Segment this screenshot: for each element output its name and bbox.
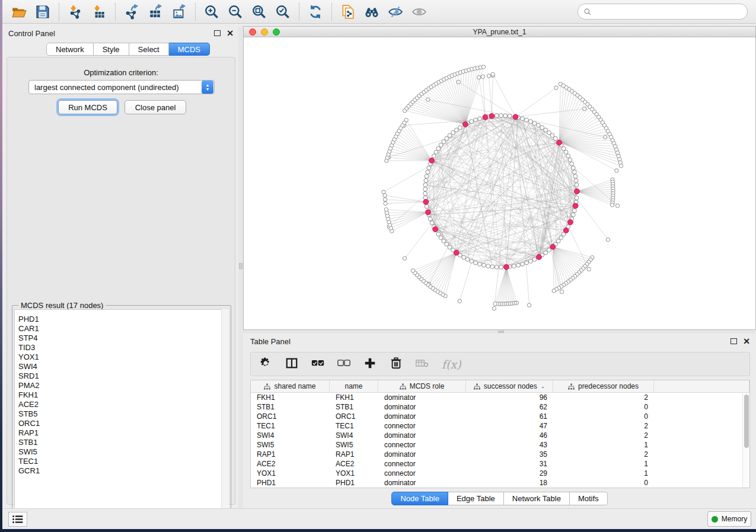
mcds-node-item[interactable]: GCR1 [18, 466, 228, 476]
close-panel-icon[interactable]: ✕ [227, 30, 234, 36]
table-row[interactable]: TEC1TEC1connector472 [251, 421, 749, 431]
column-header-successor-nodes[interactable]: successor nodes⌄ [466, 380, 553, 392]
tab-select[interactable]: Select [129, 43, 169, 56]
table-row[interactable]: RAP1RAP1dominator352 [251, 450, 749, 459]
tab-network-table[interactable]: Network Table [504, 492, 570, 505]
mcds-node-item[interactable]: SWI5 [18, 447, 228, 457]
network-window-titlebar[interactable]: YPA_prune.txt_1 [244, 27, 755, 37]
column-header-MCDS-role[interactable]: MCDS role [378, 380, 466, 392]
criterion-dropdown[interactable]: largest connected component (undirected)… [28, 80, 215, 94]
table-header-row: shared namenameMCDS rolesuccessor nodes⌄… [251, 380, 749, 393]
main-toolbar [2, 0, 756, 24]
mcds-node-item[interactable]: TEC1 [18, 457, 228, 466]
tab-motifs[interactable]: Motifs [570, 492, 608, 505]
mcds-node-item[interactable]: FKH1 [18, 390, 228, 400]
table-cell: RAP1 [330, 450, 378, 459]
delete-columns-button[interactable] [390, 357, 403, 372]
zoom-in-button[interactable] [200, 2, 224, 22]
tab-edge-table[interactable]: Edge Table [448, 492, 504, 505]
zoom-fit-button[interactable] [247, 2, 271, 22]
binoculars-icon [364, 4, 379, 20]
sort-chevron-icon[interactable]: ⌄ [541, 383, 546, 389]
column-header-name[interactable]: name [330, 380, 378, 392]
mcds-node-item[interactable]: SWI4 [18, 362, 228, 371]
hide-selected-button[interactable] [384, 2, 407, 22]
control-panel-tabs: NetworkStyleSelectMCDS [46, 43, 210, 56]
select-all-rows-button[interactable] [311, 357, 324, 372]
deselect-all-rows-button[interactable] [337, 357, 350, 372]
zoom-selected-button[interactable] [271, 2, 295, 22]
mcds-node-item[interactable]: RAP1 [18, 428, 228, 438]
mcds-node-item[interactable]: PHD1 [18, 315, 228, 324]
table-row[interactable]: ORC1ORC1dominator610 [251, 412, 749, 421]
export-network-button[interactable] [120, 2, 143, 22]
table-scrollbar[interactable] [742, 393, 749, 488]
mcds-node-item[interactable]: YOX1 [18, 352, 228, 362]
show-column-selector-button[interactable] [285, 357, 298, 372]
node-table: shared namenameMCDS rolesuccessor nodes⌄… [250, 380, 750, 488]
run-mcds-button[interactable]: Run MCDS [58, 100, 117, 114]
apply-layout-button[interactable] [304, 2, 327, 22]
splitter-handle[interactable] [498, 331, 504, 333]
export-image-button[interactable] [167, 2, 191, 22]
table-row[interactable]: PHD1PHD1dominator180 [251, 478, 749, 488]
table-cell: ACE2 [330, 459, 378, 469]
mcds-node-item[interactable]: TID3 [18, 343, 228, 352]
search-input[interactable] [595, 8, 742, 16]
mcds-result-list[interactable]: PHD1CAR1STP4TID3YOX1SWI4SRD1PMA2FKH1ACE2… [14, 309, 229, 523]
tab-style[interactable]: Style [94, 43, 129, 56]
table-row[interactable]: SWI5SWI5connector431 [251, 440, 749, 450]
export-image-icon [171, 4, 187, 20]
create-new-column-button[interactable] [363, 357, 377, 372]
mcds-node-item[interactable]: CAR1 [18, 324, 228, 334]
splitter-handle[interactable] [239, 263, 243, 269]
mcds-node-item[interactable]: ACE2 [18, 400, 228, 409]
table-row[interactable]: ACE2ACE2connector311 [251, 459, 749, 469]
column-header-predecessor-nodes[interactable]: predecessor nodes [553, 380, 654, 392]
zoom-out-button[interactable] [224, 2, 247, 22]
mcds-node-item[interactable]: STP4 [18, 334, 228, 343]
mcds-node-item[interactable]: ORC1 [18, 419, 228, 428]
table-panel-tabs: Node TableEdge TableNetwork TableMotifs [243, 492, 756, 505]
table-row[interactable]: SWI4SWI4dominator462 [251, 431, 749, 440]
table-cell: dominator [378, 402, 466, 412]
close-panel-button[interactable]: Close panel [125, 100, 186, 114]
table-cell: connector [378, 440, 466, 450]
table-row[interactable]: STB1STB1dominator620 [251, 402, 749, 412]
close-panel-icon[interactable]: ✕ [743, 338, 750, 344]
export-table-button[interactable] [143, 2, 167, 22]
vertical-splitter[interactable] [238, 26, 243, 508]
task-history-button[interactable] [8, 512, 27, 527]
mcds-node-item[interactable]: STB5 [18, 409, 228, 419]
memory-button[interactable]: Memory [707, 511, 751, 527]
mcds-list-scrollbar[interactable] [221, 309, 229, 523]
column-type-icon [474, 383, 480, 390]
show-all-button[interactable] [407, 2, 431, 22]
table-cell: 18 [466, 478, 553, 488]
mcds-node-item[interactable]: STB1 [18, 438, 228, 447]
open-file-button[interactable] [7, 2, 31, 22]
tab-mcds[interactable]: MCDS [169, 43, 210, 56]
tab-network[interactable]: Network [46, 43, 94, 56]
mcds-node-item[interactable]: PMA2 [18, 381, 228, 390]
import-network-button[interactable] [63, 2, 87, 22]
import-table-button[interactable] [87, 2, 111, 22]
scrollbar-thumb[interactable] [744, 395, 749, 448]
first-neighbors-button[interactable] [360, 2, 384, 22]
table-cell: 2 [553, 421, 654, 431]
mcds-node-item[interactable]: SRD1 [18, 371, 228, 381]
table-cell: 47 [466, 421, 553, 431]
network-canvas[interactable] [244, 37, 755, 329]
table-row[interactable]: YOX1YOX1connector291 [251, 469, 749, 478]
table-settings-button[interactable] [259, 357, 272, 372]
dropdown-stepper-icon: ▲▼ [202, 81, 213, 94]
new-network-from-selection-button[interactable] [336, 2, 360, 22]
float-panel-icon[interactable] [731, 338, 737, 344]
table-row[interactable]: FKH1FKH1dominator962 [251, 393, 749, 402]
tab-node-table[interactable]: Node Table [391, 492, 448, 505]
delete-table-button [416, 357, 429, 372]
float-panel-icon[interactable] [214, 30, 221, 36]
control-panel: Control Panel ✕ NetworkStyleSelectMCDS O… [4, 26, 238, 508]
save-session-button[interactable] [31, 2, 55, 22]
column-header-shared-name[interactable]: shared name [251, 380, 330, 392]
